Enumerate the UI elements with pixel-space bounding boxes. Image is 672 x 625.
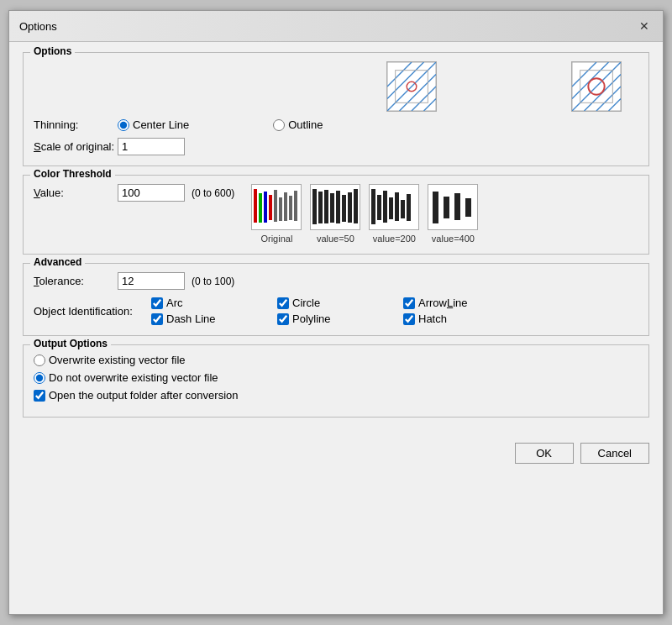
polyline-checkbox-label[interactable]: Polyline	[277, 312, 378, 325]
circle-checkbox-label[interactable]: Circle	[277, 297, 378, 309]
obj-id-label: Object Identification:	[34, 305, 151, 318]
tolerance-label: Tolerance:	[34, 275, 118, 287]
svg-rect-42	[395, 192, 399, 221]
scale-row: Scale of original:	[34, 138, 638, 155]
options-dialog: Options ✕ Options	[8, 10, 664, 615]
svg-rect-44	[407, 194, 411, 221]
hatch-preview-centerline	[386, 61, 437, 112]
title-bar: Options ✕	[9, 11, 663, 42]
value-input[interactable]	[118, 184, 185, 202]
arc-label: Arc	[166, 297, 183, 309]
ok-button[interactable]: OK	[515, 443, 574, 464]
close-button[interactable]: ✕	[636, 18, 653, 34]
preview-400-img	[428, 184, 478, 230]
svg-rect-27	[294, 191, 297, 221]
svg-rect-29	[312, 189, 317, 224]
arc-checkbox[interactable]	[151, 297, 163, 309]
svg-rect-40	[383, 191, 387, 223]
svg-rect-48	[454, 193, 460, 220]
no-overwrite-label: Do not overwrite existing vector file	[49, 371, 218, 384]
thinning-row: Thinning: Center Line Outline	[34, 118, 638, 131]
svg-rect-31	[324, 190, 328, 223]
svg-rect-46	[433, 192, 438, 223]
dashline-checkbox[interactable]	[151, 313, 163, 325]
hatch-checkbox[interactable]	[403, 313, 415, 325]
thinning-label: Thinning:	[34, 118, 118, 131]
obj-id-row: Object Identification: Arc Circle	[34, 297, 638, 325]
center-line-label: Center Line	[133, 118, 189, 131]
svg-rect-47	[444, 197, 449, 218]
no-overwrite-radio-row: Do not overwrite existing vector file	[34, 371, 638, 384]
overwrite-radio-row: Overwrite existing vector file	[34, 354, 638, 366]
open-folder-option[interactable]: Open the output folder after conversion	[34, 389, 238, 402]
no-overwrite-option[interactable]: Do not overwrite existing vector file	[34, 371, 218, 384]
overwrite-label: Overwrite existing vector file	[49, 354, 186, 366]
arrowline-label: ArrowLine	[418, 297, 468, 309]
svg-rect-22	[269, 195, 272, 220]
preview-original-img	[251, 184, 302, 230]
overwrite-radio[interactable]	[34, 355, 45, 366]
svg-rect-49	[465, 198, 471, 217]
outline-radio[interactable]	[273, 119, 285, 131]
preview-50-caption: value=50	[317, 234, 354, 244]
output-options-label: Output Options	[30, 338, 111, 349]
preview-400-caption: value=400	[432, 234, 475, 244]
cancel-button[interactable]: Cancel	[580, 443, 649, 464]
svg-rect-20	[259, 193, 262, 223]
dialog-title: Options	[19, 20, 57, 33]
arrowline-checkbox-label[interactable]: ArrowLine	[403, 297, 504, 309]
arc-checkbox-label[interactable]: Arc	[151, 297, 252, 309]
svg-rect-23	[274, 190, 277, 222]
advanced-section-label: Advanced	[30, 256, 85, 268]
preview-400: value=400	[428, 184, 478, 244]
center-line-radio[interactable]	[118, 119, 129, 131]
svg-rect-35	[348, 192, 352, 223]
svg-rect-37	[370, 185, 419, 230]
open-folder-label: Open the output folder after conversion	[49, 389, 238, 402]
outline-label: Outline	[288, 118, 323, 131]
tolerance-row: Tolerance: (0 to 100)	[34, 272, 638, 290]
preview-200-img	[369, 184, 419, 230]
svg-rect-36	[354, 189, 358, 223]
tolerance-input[interactable]	[118, 272, 185, 290]
tolerance-range: (0 to 100)	[192, 276, 234, 287]
color-threshold-section: Color Threshold Value: (0 to 600)	[23, 175, 649, 255]
hatch-label: Hatch	[418, 312, 447, 325]
preview-200: value=200	[369, 184, 419, 244]
dashline-label: Dash Line	[166, 312, 216, 325]
circle-label: Circle	[292, 297, 320, 309]
dialog-body: Options	[9, 42, 663, 436]
color-threshold-label: Color Threshold	[30, 168, 115, 180]
outline-option[interactable]: Outline	[273, 118, 323, 131]
svg-rect-30	[318, 192, 323, 223]
hatch-preview-outline	[571, 61, 622, 112]
circle-checkbox[interactable]	[277, 297, 289, 309]
open-folder-checkbox[interactable]	[34, 390, 45, 402]
svg-rect-41	[389, 197, 393, 219]
scale-label: Scale of original:	[34, 140, 118, 153]
svg-rect-24	[279, 197, 282, 221]
no-overwrite-radio[interactable]	[34, 372, 45, 384]
svg-rect-43	[401, 200, 405, 218]
buttons-row: OK Cancel	[9, 436, 663, 474]
arrowline-checkbox[interactable]	[403, 297, 415, 309]
center-line-option[interactable]: Center Line	[118, 118, 189, 131]
svg-rect-33	[336, 191, 340, 223]
preview-50: value=50	[310, 184, 360, 244]
svg-rect-34	[342, 195, 346, 222]
options-section: Options	[23, 52, 649, 166]
dashline-checkbox-label[interactable]: Dash Line	[151, 312, 252, 325]
preview-original: Original	[251, 184, 302, 244]
preview-50-img	[310, 184, 360, 230]
svg-rect-32	[330, 193, 334, 223]
advanced-section: Advanced Tolerance: (0 to 100) Object Id…	[23, 263, 649, 336]
svg-rect-39	[377, 195, 381, 220]
overwrite-option[interactable]: Overwrite existing vector file	[34, 354, 186, 366]
svg-rect-26	[289, 196, 292, 220]
scale-input[interactable]	[118, 138, 185, 155]
hatch-checkbox-label[interactable]: Hatch	[403, 312, 504, 325]
polyline-checkbox[interactable]	[277, 313, 289, 325]
svg-rect-28	[311, 185, 360, 230]
svg-rect-25	[284, 192, 287, 221]
svg-rect-38	[371, 189, 375, 224]
